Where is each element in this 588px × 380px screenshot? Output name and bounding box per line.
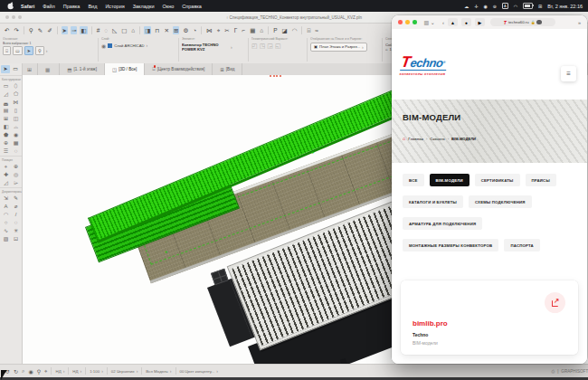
toolbar-icon[interactable] xyxy=(57,26,58,34)
filter-chip[interactable]: ВСЕ xyxy=(403,174,424,186)
toolbar-icon[interactable]: ◌ xyxy=(103,26,109,34)
toolbar-icon[interactable]: ⌂ xyxy=(130,26,136,34)
tool-icon[interactable]: ⊡ xyxy=(11,235,21,243)
toolbar-icon[interactable]: ⌂ xyxy=(259,26,264,34)
tool-icon[interactable]: ▤ xyxy=(1,107,11,115)
layer-chevron[interactable]: › xyxy=(146,43,147,48)
tool-icon[interactable]: ▨ xyxy=(1,235,11,243)
scale-control[interactable]: 1:100› xyxy=(90,368,103,374)
statusbar-icon[interactable]: ⌕ xyxy=(22,368,24,375)
tool-icon[interactable]: ⌲ xyxy=(11,179,21,187)
toolbox-section-document[interactable]: Документирова xyxy=(0,187,22,195)
toolbar-icon[interactable]: ⚙ xyxy=(182,26,189,34)
marquee-tool[interactable]: ▭ xyxy=(11,65,20,73)
expand-chevron[interactable]: › xyxy=(46,48,48,53)
pen-set-control[interactable]: 02 Черчение› xyxy=(111,368,138,374)
menu-item[interactable]: Справка xyxy=(182,4,202,9)
tool-icon[interactable]: ⊞ xyxy=(1,115,11,123)
toolbar-icon[interactable]: ⌸ xyxy=(306,26,311,34)
tool-icon[interactable]: ▭ xyxy=(1,82,11,90)
tool-icon[interactable]: ✳ xyxy=(11,227,21,235)
statusbar-icon[interactable]: ◉ xyxy=(28,368,33,375)
toolbar-icon[interactable] xyxy=(301,26,302,34)
toolbar-icon[interactable]: ⌐ xyxy=(241,26,246,34)
toolbar-icon[interactable]: ✂ xyxy=(223,26,230,34)
status-icon[interactable]: ☁ xyxy=(464,4,469,9)
toolbar-icon[interactable]: ⚲ xyxy=(28,26,34,34)
menu-item[interactable]: Вид xyxy=(88,4,97,9)
menu-item[interactable]: История xyxy=(105,4,124,9)
tool-icon[interactable]: ⬠ xyxy=(11,90,21,99)
statusbar-icon[interactable]: ⚲ xyxy=(37,368,41,375)
toolbar-icon[interactable] xyxy=(201,26,202,34)
download-card[interactable]: bimlib.pro Techno BIM-модели xyxy=(401,280,578,355)
toolbar-icon[interactable]: ◺ xyxy=(111,26,118,34)
arrow-tool-button[interactable]: ➤ xyxy=(24,46,33,55)
tool-icon[interactable]: ⊕ xyxy=(11,163,21,171)
menu-clock[interactable]: Вт, 2 янв. 22:16 xyxy=(547,4,583,9)
arrow-tool[interactable]: ➤ xyxy=(1,65,10,73)
tool-icon[interactable]: ☰ xyxy=(1,147,11,156)
graphisoft-id-status[interactable]: ⎙ | GRAPHISOFT ID xyxy=(551,369,588,374)
toolbar-icon[interactable]: P xyxy=(272,26,278,34)
toolbar-icon[interactable]: ✐ xyxy=(46,26,52,34)
element-value[interactable]: Конвектор TECHNO POWER KVZ xyxy=(182,43,229,52)
tool-icon[interactable]: ∿ xyxy=(1,227,11,235)
archicad-tab[interactable]: ⊞ [Вид xyxy=(213,63,242,75)
toolbox-section-design[interactable]: Конструирован xyxy=(0,75,22,82)
toolbar-icon[interactable]: ⌖ xyxy=(216,26,222,34)
toolbar-icon[interactable]: ⋈ xyxy=(205,26,213,34)
statusbar-icon[interactable]: ↻ xyxy=(14,368,18,375)
geometry-variant-icon[interactable]: ◰ xyxy=(251,43,258,50)
tool-icon[interactable]: ▯ xyxy=(11,107,21,115)
address-bar[interactable]: T techno60.ru 🔒 xyxy=(490,18,555,26)
home-icon[interactable]: ⌂ xyxy=(403,136,405,141)
tool-icon[interactable]: ⌓ xyxy=(11,123,21,131)
pen-control-2[interactable]: НД› xyxy=(72,368,81,374)
tool-icon[interactable]: ○ xyxy=(1,219,11,227)
menu-item[interactable]: Закладки xyxy=(133,4,155,9)
filter-chip[interactable]: АРМАТУРА ДЛЯ ПОДКЛЮЧЕНИЯ xyxy=(403,217,482,230)
toolbar-icon[interactable] xyxy=(139,26,140,34)
favorites-button[interactable]: ▭ xyxy=(13,46,23,55)
tool-icon[interactable]: ⬟ xyxy=(1,131,11,139)
archicad-tab[interactable]: ⬒ [1. 1-й этаж] xyxy=(60,63,105,75)
window-manager-icon[interactable]: ⊞ xyxy=(538,4,542,9)
pinned-tab-favicon[interactable]: ▲ xyxy=(448,18,458,26)
toolbar-icon[interactable]: ◪ xyxy=(281,26,289,34)
statusbar-icon[interactable]: ⌖ xyxy=(44,368,47,375)
tool-icon[interactable]: ⋈ xyxy=(11,99,21,107)
toolbar-icon[interactable]: ≈ xyxy=(314,26,319,34)
tool-icon[interactable]: ✚ xyxy=(1,171,11,179)
tool-icon[interactable]: ◫ xyxy=(11,115,21,123)
tool-icon[interactable]: A xyxy=(1,203,11,211)
tool-icon[interactable]: ⌀ xyxy=(11,203,21,211)
tool-icon[interactable]: ◛ xyxy=(1,99,11,107)
settings-dialog-button[interactable]: ⍃ xyxy=(3,46,11,55)
override-control[interactable]: 00 Цвет концепту...› xyxy=(180,368,218,374)
status-icon[interactable]: ✛ xyxy=(474,4,478,9)
tool-icon[interactable]: ▦ xyxy=(11,139,21,147)
status-icon[interactable]: ◉ xyxy=(483,4,487,9)
tool-icon[interactable]: ◌ xyxy=(11,219,21,227)
status-icon[interactable]: ⊚ xyxy=(493,4,497,9)
tool-icon[interactable]: ◿ xyxy=(1,179,11,187)
pen-control[interactable]: НД› xyxy=(55,368,64,374)
techno-logo[interactable]: Techno® КОНВЕКТОРЫ ОТОПЛЕНИЯ xyxy=(399,54,465,76)
apple-icon[interactable] xyxy=(7,2,14,10)
filter-chip[interactable]: СХЕМЫ ПОДКЛЮЧЕНИЯ xyxy=(469,195,532,208)
toolbar-icon[interactable]: ➤ xyxy=(62,26,68,34)
window-controls[interactable] xyxy=(398,20,417,24)
tool-icon[interactable]: ◿ xyxy=(1,90,11,99)
menu-item[interactable]: Файл xyxy=(43,4,55,9)
layer-value[interactable]: Слой ARCHICAD xyxy=(114,43,144,48)
toolbar-icon[interactable] xyxy=(268,26,269,34)
model-filter-control[interactable]: Вся Модель› xyxy=(146,368,171,374)
archicad-tab[interactable]: ◳ [3D / Все] xyxy=(105,63,145,75)
menu-item[interactable]: Окно xyxy=(163,4,175,9)
extension-badge[interactable] xyxy=(536,20,542,25)
tool-icon[interactable]: ◎ xyxy=(11,171,21,179)
toolbar-icon[interactable] xyxy=(91,26,92,34)
toolbar-icon[interactable]: # xyxy=(96,26,101,34)
breadcrumb-link[interactable]: Скачать xyxy=(430,137,444,141)
